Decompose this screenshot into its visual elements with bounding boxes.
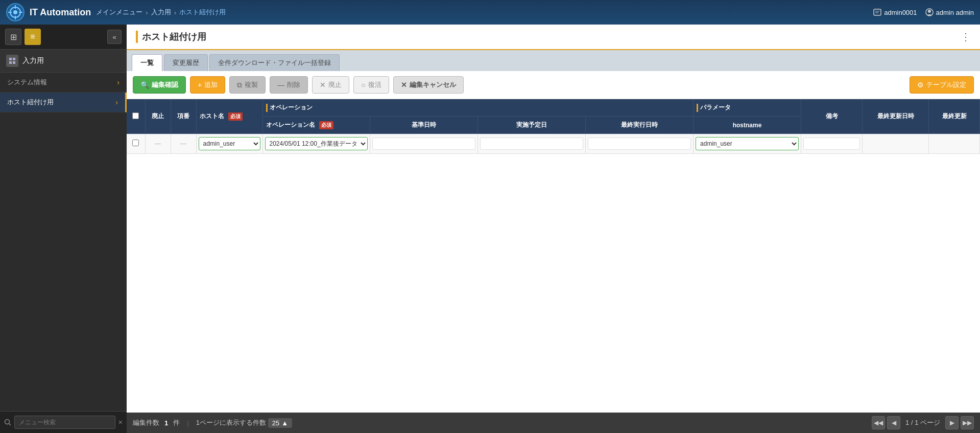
row-last-update-cell (863, 134, 929, 154)
sidebar-item-system-info-arrow: › (117, 78, 119, 86)
col-header-last-updater: 最終更新 (929, 99, 980, 134)
col-header-disabled: 廃止 (145, 99, 171, 134)
svg-point-2 (13, 10, 17, 14)
delete-icon: — (277, 81, 284, 89)
tab-download[interactable]: 全件ダウンロード・ファイル一括登録 (209, 54, 340, 71)
select-all-checkbox[interactable] (132, 112, 139, 119)
page-prev-btn[interactable]: ◀ (887, 416, 900, 429)
breadcrumb-home[interactable]: メインメニュー (96, 8, 142, 17)
svg-rect-12 (9, 58, 12, 60)
admin-id-text: admin0001 (884, 9, 917, 16)
add-button[interactable]: + 追加 (190, 76, 225, 94)
page-size-control[interactable]: 25 ▲ (268, 418, 292, 428)
table-row: — — admin_user 2024/05/01 12:00_作業後データ収集 (127, 134, 980, 154)
row-schedule-input[interactable] (480, 138, 583, 150)
breadcrumb-current: ホスト紐付け用 (179, 8, 226, 17)
pagination: ◀◀ ◀ 1 / 1 ページ ▶ ▶▶ (872, 416, 974, 429)
confirm-edit-icon: 🔍 (140, 81, 149, 89)
sidebar-list-view-btn[interactable]: ≡ (25, 29, 41, 45)
row-hostname-cell: admin_user (196, 134, 262, 154)
sidebar-section-label: 入力用 (22, 56, 44, 65)
row-base-date-input[interactable] (372, 138, 475, 150)
operation-name-label: オペレーション名 必須 (266, 121, 367, 129)
col-header-operation-section: オペレーション (262, 99, 694, 117)
param-section-accent (697, 104, 698, 112)
breadcrumb-sep1: › (146, 9, 148, 16)
input-section-icon (8, 57, 16, 65)
sidebar-search-input[interactable] (14, 416, 115, 429)
delete-label: 削除 (287, 80, 300, 89)
page-header-menu-btn[interactable]: ⋮ (961, 31, 971, 43)
page-next-btn[interactable]: ▶ (945, 416, 959, 429)
svg-point-16 (5, 420, 10, 424)
row-order-cell: — (171, 134, 196, 154)
col-header-last-exec: 最終実行日時 (586, 117, 694, 134)
header-left: IT Automation メインメニュー › 入力用 › ホスト紐付け用 (6, 3, 226, 21)
sidebar-grid-view-btn[interactable]: ⊞ (5, 29, 21, 45)
col-header-schedule: 実施予定日 (478, 117, 586, 134)
app-title: IT Automation (30, 7, 91, 18)
duplicate-button[interactable]: ⧉ 複製 (229, 76, 266, 94)
cancel-edit-button[interactable]: ✕ 編集キャンセル (393, 76, 464, 94)
admin-id-badge: admin0001 (873, 9, 917, 16)
sidebar-search-clear-btn[interactable]: × (118, 418, 123, 426)
edit-count-value: 1 (164, 419, 168, 427)
col-header-order: 項番 (171, 99, 196, 134)
discard-icon: ✕ (320, 81, 326, 89)
svg-point-11 (928, 10, 931, 13)
row-param-hostname-select[interactable]: admin_user (696, 137, 799, 150)
table-container[interactable]: 廃止 項番 ホスト名 必須 (127, 99, 980, 413)
page-first-btn[interactable]: ◀◀ (872, 416, 885, 429)
admin-name-text: admin admin (936, 9, 974, 16)
add-icon: + (198, 81, 202, 89)
delete-button[interactable]: — 削除 (270, 76, 308, 94)
toolbar: 🔍 編集確認 + 追加 ⧉ 複製 — 削除 ✕ 廃止 ○ 復活 (127, 71, 980, 99)
page-title: ホスト紐付け用 (142, 31, 206, 43)
row-last-exec-input[interactable] (588, 138, 691, 150)
tab-history[interactable]: 変更履歴 (164, 54, 208, 71)
table-settings-icon: ⚙ (917, 81, 924, 89)
content-area: ホスト紐付け用 ⋮ 一覧 変更履歴 全件ダウンロード・ファイル一括登録 🔍 編集… (127, 25, 980, 433)
operation-section-accent (266, 104, 268, 112)
page-last-btn[interactable]: ▶▶ (961, 416, 974, 429)
table-settings-button[interactable]: ⚙ テーブル設定 (910, 76, 974, 94)
restore-button[interactable]: ○ 復活 (353, 76, 389, 94)
header-right: admin0001 admin admin (873, 8, 974, 16)
svg-rect-13 (13, 58, 15, 60)
row-notes-cell (801, 134, 863, 154)
page-sep: / (911, 419, 913, 426)
page-header: ホスト紐付け用 ⋮ (127, 25, 980, 50)
top-header: IT Automation メインメニュー › 入力用 › ホスト紐付け用 ad… (0, 0, 980, 25)
admin-avatar-icon (925, 8, 934, 16)
hostname-label-group: ホスト名 必須 (200, 112, 259, 121)
page-current: 1 (905, 419, 909, 426)
sidebar-collapse-btn[interactable]: « (107, 30, 122, 44)
cancel-edit-icon: ✕ (401, 81, 407, 89)
admin-id-icon (873, 9, 881, 16)
confirm-edit-button[interactable]: 🔍 編集確認 (133, 76, 186, 94)
page-title-accent (136, 31, 138, 43)
breadcrumb-sep2: › (174, 9, 176, 16)
operation-section-label: オペレーション (266, 103, 690, 112)
param-section-label: パラメータ (697, 103, 798, 112)
sidebar-item-host-binding[interactable]: ホスト紐付け用 › (0, 93, 127, 112)
row-notes-input[interactable] (803, 138, 860, 150)
svg-rect-14 (9, 61, 12, 64)
col-header-param-hostname: hostname (694, 117, 801, 134)
breadcrumb-level1[interactable]: 入力用 (151, 8, 171, 17)
row-last-updater-cell (929, 134, 980, 154)
edit-count-label: 編集件数 (133, 418, 159, 427)
tab-list[interactable]: 一覧 (132, 54, 162, 71)
row-operation-select[interactable]: 2024/05/01 12:00_作業後データ収集 (265, 137, 368, 150)
page-total: 1 (915, 419, 918, 426)
operation-required-badge: 必須 (319, 121, 333, 129)
page-size-value-text: 25 (272, 419, 279, 427)
discard-button[interactable]: ✕ 廃止 (312, 76, 349, 94)
duplicate-label: 複製 (245, 80, 258, 89)
row-checkbox[interactable] (132, 140, 139, 146)
row-param-hostname-cell: admin_user (694, 134, 801, 154)
row-check-cell (127, 134, 145, 154)
sidebar-item-system-info[interactable]: システム情報 › (0, 73, 127, 93)
row-hostname-select[interactable]: admin_user (199, 137, 260, 150)
col-header-check (127, 99, 145, 134)
